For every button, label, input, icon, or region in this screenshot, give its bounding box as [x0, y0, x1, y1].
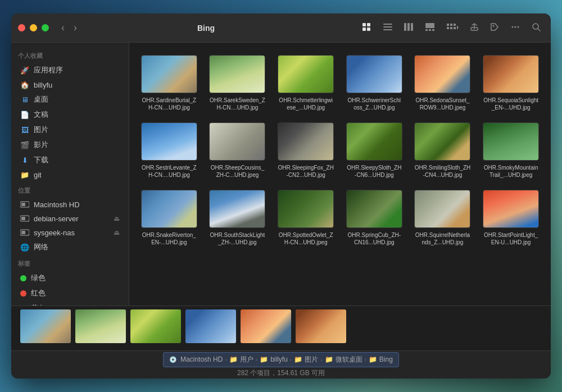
file-name: OHR.SpringCub_ZH-CN16...UHD.jpg: [346, 231, 402, 246]
documents-icon: 📄: [20, 110, 29, 119]
file-name: OHR.Schmetterlingwiese_...UHD.jpg: [278, 97, 334, 111]
preview-thumbnail: [130, 309, 181, 343]
sidebar-item-tag-yellow[interactable]: 黄色: [13, 301, 126, 306]
preview-grid: [20, 309, 542, 347]
sidebar-item-green-label: 绿色: [31, 273, 46, 283]
breadcrumb-pictures: 图片: [305, 355, 318, 364]
file-name: OHR.SpottedOwlet_ZH-CN...UHD.jpeg: [278, 231, 334, 246]
file-item[interactable]: OHR.SarekSweden_ZH-CN....UHD.jpg: [207, 52, 269, 115]
eject-debian-button[interactable]: ⏏: [114, 215, 120, 222]
view-columns-button[interactable]: [400, 20, 417, 36]
svg-rect-15: [450, 24, 452, 26]
file-item[interactable]: OHR.SestriLevante_ZH-CN....UHD.jpg: [138, 119, 200, 182]
sidebar-section-locations: 位置: [11, 182, 129, 197]
file-thumbnail: [141, 55, 197, 93]
file-item[interactable]: OHR.SleepySloth_ZH-CN6...UHD.jpg: [343, 119, 405, 182]
file-thumbnail: [278, 190, 334, 228]
file-item[interactable]: OHR.SedonaSunset_ROW9...UHD.jpeg: [412, 52, 474, 115]
file-item[interactable]: OHR.SpottedOwlet_ZH-CN...UHD.jpeg: [275, 186, 337, 249]
svg-rect-12: [429, 29, 431, 31]
svg-rect-10: [425, 23, 434, 28]
sidebar-item-macintosh-hd[interactable]: Macintosh HD: [13, 198, 126, 211]
maximize-button[interactable]: [42, 24, 49, 31]
red-tag-dot: [20, 290, 26, 297]
file-item[interactable]: OHR.SouthStackLight_ZH-...UHD.jpg: [207, 186, 269, 249]
sidebar-item-desktop[interactable]: 🖥 桌面: [13, 92, 126, 107]
git-folder-icon: 📁: [20, 170, 29, 179]
file-item[interactable]: OHR.SmokyMountainTrail_...UHD.jpeg: [480, 119, 542, 182]
window-title: Bing: [53, 24, 359, 33]
sidebar-item-sysgeek-nas-label: sysgeek-nas: [34, 229, 75, 237]
sidebar-section-favorites: 个人收藏: [11, 47, 129, 62]
sidebar-item-applications[interactable]: 🚀 应用程序: [13, 63, 126, 78]
sidebar-section-tags: 标签: [11, 255, 129, 270]
tag-button[interactable]: [487, 20, 502, 36]
view-grid-button[interactable]: [359, 20, 375, 36]
applications-icon: 🚀: [20, 66, 29, 75]
view-list-button[interactable]: [380, 20, 396, 36]
sidebar-item-tag-red[interactable]: 红色: [13, 286, 126, 300]
svg-rect-7: [404, 23, 406, 31]
close-button[interactable]: [18, 24, 25, 31]
file-item[interactable]: OHR.SmilingSloth_ZH-CN4...UHD.jpg: [412, 119, 474, 182]
sidebar-item-sysgeek-nas[interactable]: sysgeek-nas ⏏: [13, 226, 126, 239]
sidebar-item-debian-server-label: debian-server: [34, 215, 79, 223]
file-name: OHR.SestriLevante_ZH-CN....UHD.jpg: [141, 164, 197, 179]
minimize-button[interactable]: [30, 24, 37, 31]
sep4: ›: [320, 357, 322, 363]
view-more-button[interactable]: [443, 20, 462, 36]
svg-marker-20: [457, 25, 459, 30]
sidebar-item-documents[interactable]: 📄 文稿: [13, 107, 126, 122]
breadcrumb-weisoftdesktop: 微软桌面: [336, 355, 362, 364]
file-thumbnail: [209, 122, 265, 161]
file-name: OHR.SequoiaSunlight_EN-...UHD.jpg: [483, 97, 539, 111]
sidebar-item-downloads[interactable]: ⬇ 下载: [13, 153, 126, 167]
desktop-icon: 🖥: [20, 95, 29, 104]
breadcrumb-folder-icon-3: 📁: [294, 355, 302, 363]
share-button[interactable]: [466, 20, 482, 36]
file-name: OHR.SchwerinerSchloss_Z...UHD.jpg: [346, 97, 402, 111]
svg-rect-29: [21, 203, 25, 206]
file-item[interactable]: OHR.SardineBurial_ZH-CN....UHD.jpg: [138, 52, 200, 115]
sidebar-item-network[interactable]: 🌐 网络: [13, 240, 126, 254]
svg-point-23: [512, 26, 514, 28]
pictures-icon: 🖼: [20, 125, 29, 134]
movies-icon: 🎬: [20, 140, 29, 149]
file-name: OHR.SquirrelNetherlands_Z...UHD.jpg: [414, 231, 470, 246]
svg-rect-9: [411, 23, 413, 31]
sidebar-item-tag-green[interactable]: 绿色: [13, 271, 126, 285]
file-item[interactable]: OHR.SchwerinerSchloss_Z...UHD.jpg: [343, 52, 405, 115]
sidebar-item-movies[interactable]: 🎬 影片: [13, 138, 126, 152]
file-thumbnail: [414, 55, 470, 93]
sep5: ›: [365, 357, 366, 363]
sidebar-item-billyfu-label: billyfu: [34, 81, 52, 89]
file-name: OHR.SleepingFox_ZH-CN2...UHD.jpg: [278, 164, 334, 179]
preview-thumbnail: [75, 309, 126, 343]
more-options-button[interactable]: [507, 20, 524, 36]
file-item[interactable]: OHR.SequoiaSunlight_EN-...UHD.jpg: [480, 52, 542, 115]
search-button[interactable]: [528, 20, 544, 36]
sidebar-item-billyfu[interactable]: 🏠 billyfu: [13, 78, 126, 92]
file-thumbnail: [141, 122, 197, 161]
file-item[interactable]: OHR.SleepingFox_ZH-CN2...UHD.jpg: [275, 119, 337, 182]
sidebar-item-network-label: 网络: [34, 242, 48, 252]
file-item[interactable]: OHR.SquirrelNetherlands_Z...UHD.jpg: [412, 186, 474, 249]
breadcrumb-macintosh: Macintosh HD: [180, 355, 223, 363]
eject-sysgeek-button[interactable]: ⏏: [114, 229, 120, 236]
file-item[interactable]: OHR.StartPointLight_EN-U...UHD.jpg: [480, 186, 542, 249]
macintosh-hd-icon: [20, 200, 29, 209]
breadcrumb-folder-icon-5: 📁: [369, 355, 377, 363]
main-area: 个人收藏 🚀 应用程序 🏠 billyfu 🖥 桌面 📄 文稿: [11, 43, 551, 306]
sidebar-item-movies-label: 影片: [34, 140, 48, 150]
file-item[interactable]: OHR.SheepCousins_ZH-C...UHD.jpeg: [207, 119, 269, 182]
breadcrumb-bing: Bing: [379, 355, 393, 363]
view-gallery-button[interactable]: [422, 20, 438, 36]
file-item[interactable]: OHR.Schmetterlingwiese_...UHD.jpg: [275, 52, 337, 115]
sep3: ›: [290, 357, 292, 363]
sidebar-item-git[interactable]: 📁 git: [13, 168, 126, 181]
file-item[interactable]: OHR.SpringCub_ZH-CN16...UHD.jpg: [343, 186, 405, 249]
file-item[interactable]: OHR.SnakeRiverton_EN-...UHD.jpg: [138, 186, 200, 249]
preview-thumbnail: [296, 309, 346, 343]
sidebar-item-debian-server[interactable]: debian-server ⏏: [13, 212, 126, 225]
sidebar-item-pictures[interactable]: 🖼 图片: [13, 122, 126, 137]
